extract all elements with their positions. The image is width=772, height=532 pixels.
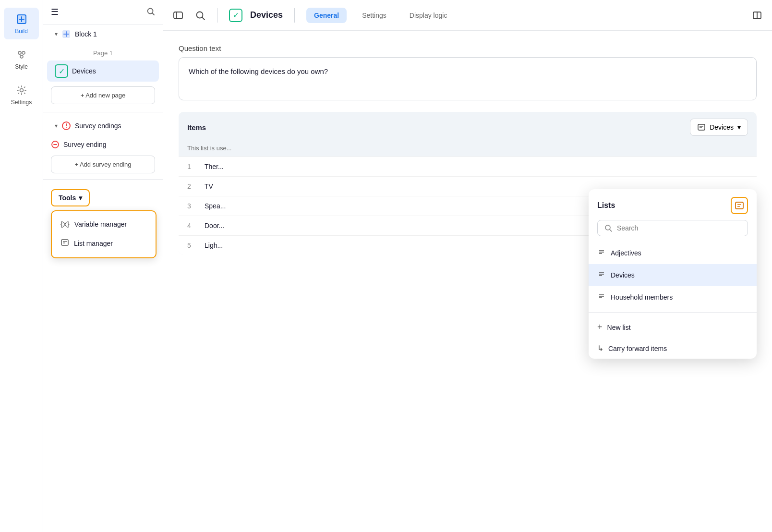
tools-dropdown: {x} Variable manager List manager: [51, 210, 157, 258]
list-manager-label: List manager: [74, 240, 113, 247]
svg-point-3: [22, 51, 25, 54]
items-btn-label: Devices: [710, 123, 734, 131]
question-box[interactable]: Which of the following devices do you ow…: [179, 57, 757, 100]
survey-ending-icon: [51, 140, 60, 149]
items-note: This list is use...: [179, 143, 757, 157]
build-label: Build: [15, 28, 28, 35]
preview-icon[interactable]: [752, 10, 762, 21]
icon-sidebar: Build Style Settings: [0, 0, 43, 532]
row-text-4: Door...: [205, 222, 224, 230]
tools-button[interactable]: Tools ▾: [51, 189, 90, 206]
svg-rect-23: [698, 124, 705, 130]
block-icon: [61, 29, 71, 39]
new-list-action[interactable]: + New list: [589, 316, 757, 338]
devices-tree-label: Devices: [72, 67, 96, 75]
survey-ending-tree-item[interactable]: Survey ending: [43, 135, 163, 154]
list-option-household[interactable]: Household members: [589, 286, 757, 308]
svg-point-11: [66, 127, 67, 128]
block-1-label: Block 1: [75, 30, 97, 38]
search-topbar-icon[interactable]: [195, 10, 205, 21]
list-manager-item[interactable]: List manager: [52, 233, 156, 254]
content-area: Question text Which of the following dev…: [163, 31, 772, 532]
tab-display-logic[interactable]: Display logic: [402, 8, 455, 23]
row-text-3: Spea...: [205, 202, 226, 210]
top-bar: ✓ Devices General Settings Display logic: [163, 0, 772, 31]
top-bar-separator-2: [294, 8, 295, 23]
list-manager-icon: [60, 238, 69, 249]
add-survey-ending-button[interactable]: + Add survey ending: [51, 156, 155, 173]
add-page-button[interactable]: + Add new page: [51, 86, 155, 104]
list-icon-adjectives: [597, 248, 606, 258]
carry-forward-label: Carry forward items: [608, 345, 667, 352]
divider-2: [43, 179, 163, 180]
devices-tree-item[interactable]: ✓ Devices: [47, 60, 159, 82]
divider-1: [43, 112, 163, 112]
lists-divider: [589, 312, 757, 313]
svg-point-5: [20, 89, 23, 92]
variable-manager-item[interactable]: {x} Variable manager: [52, 215, 156, 233]
settings-icon: [15, 84, 28, 97]
svg-line-30: [610, 230, 612, 231]
row-text-1: Ther...: [205, 163, 224, 170]
list-icon-household: [597, 292, 606, 302]
survey-endings-icon: [61, 121, 71, 131]
lists-search-input[interactable]: [617, 224, 741, 232]
tools-label: Tools: [59, 194, 76, 202]
topbar-title: Devices: [250, 10, 283, 20]
sidebar-item-style[interactable]: Style: [4, 43, 39, 75]
tools-section: Tools ▾ {x} Variable manager List manage…: [43, 183, 163, 212]
new-list-icon: +: [597, 322, 603, 332]
table-row: 1 Ther...: [179, 157, 757, 176]
lists-panel-title: Lists: [597, 201, 615, 210]
svg-rect-17: [174, 12, 182, 19]
household-label: Household members: [611, 293, 673, 301]
block-1-item[interactable]: ▾ Block 1: [47, 25, 159, 43]
list-option-adjectives[interactable]: Adjectives: [589, 242, 757, 264]
search-icon[interactable]: [146, 7, 155, 17]
carry-forward-action[interactable]: ↳ Carry forward items: [589, 338, 757, 359]
build-icon: [15, 12, 28, 26]
survey-endings-item[interactable]: ▾ Survey endings: [47, 117, 159, 134]
list-icon-devices: [597, 270, 606, 280]
lists-icon-button[interactable]: [731, 197, 748, 214]
row-text-2: TV: [205, 182, 213, 190]
top-bar-left: [173, 10, 183, 21]
sidebar-icon[interactable]: [173, 10, 183, 21]
items-header: Items Devices ▾: [179, 112, 757, 143]
tools-chevron-icon: ▾: [79, 194, 82, 202]
sidebar-item-build[interactable]: Build: [4, 8, 39, 39]
adjectives-label: Adjectives: [611, 249, 641, 257]
survey-endings-chevron-icon: ▾: [55, 122, 58, 129]
row-num-4: 4: [187, 222, 197, 230]
svg-rect-14: [61, 240, 68, 245]
list-option-devices[interactable]: Devices: [589, 264, 757, 286]
top-bar-separator: [217, 8, 217, 23]
page-1-label: Page 1: [43, 44, 163, 60]
sidebar-item-settings[interactable]: Settings: [4, 79, 39, 110]
tab-general[interactable]: General: [306, 8, 347, 23]
new-list-label: New list: [607, 324, 631, 331]
panel-header: ☰: [43, 0, 163, 24]
svg-rect-26: [736, 202, 743, 209]
devices-list-label: Devices: [611, 271, 635, 279]
items-devices-button[interactable]: Devices ▾: [690, 119, 748, 136]
carry-forward-icon: ↳: [597, 344, 603, 353]
lists-search: [597, 220, 748, 236]
sidebar-toggle-icon[interactable]: ☰: [51, 7, 59, 17]
items-list-icon: [697, 123, 706, 132]
block-chevron-icon: ▾: [55, 31, 58, 37]
tab-settings[interactable]: Settings: [354, 8, 394, 23]
devices-checkbox-icon: ✓: [55, 64, 68, 78]
style-label: Style: [15, 63, 28, 70]
lists-search-icon: [604, 224, 612, 232]
main-content: ✓ Devices General Settings Display logic…: [163, 0, 772, 532]
lists-icon: [735, 201, 744, 210]
row-num-5: 5: [187, 242, 197, 249]
row-num-2: 2: [187, 182, 197, 190]
settings-label: Settings: [11, 99, 32, 106]
topbar-checkbox-icon: ✓: [229, 9, 242, 22]
survey-ending-label: Survey ending: [63, 141, 107, 148]
variable-manager-icon: {x}: [60, 220, 70, 229]
style-icon: [15, 48, 28, 61]
items-chevron-icon: ▾: [737, 123, 741, 131]
